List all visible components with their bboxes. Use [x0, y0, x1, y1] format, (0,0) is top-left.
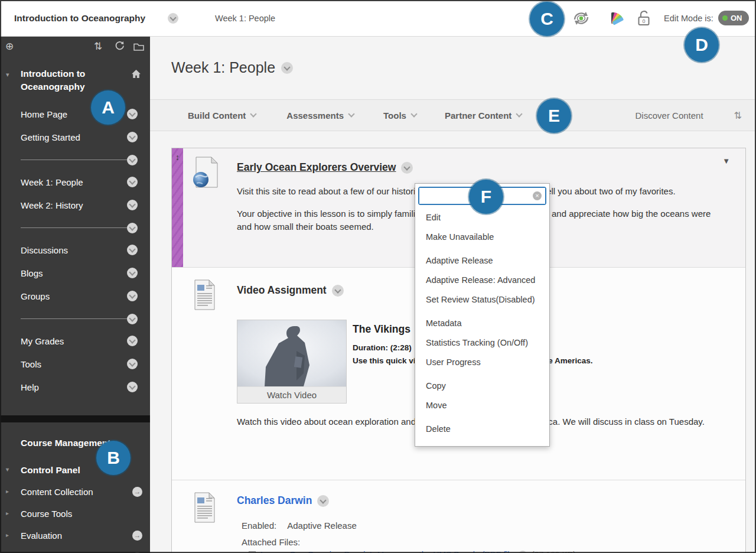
- toggle-green-dot-icon: [722, 15, 728, 21]
- chevron-down-icon: [516, 110, 523, 117]
- sidebar-item-tools[interactable]: Tools: [0, 353, 150, 376]
- svg-text:0: 0: [642, 18, 645, 24]
- divider-options-chevron-icon[interactable]: [127, 223, 138, 233]
- course-management-header: Course Management: [0, 438, 150, 448]
- menu-item-user-progress[interactable]: User Progress: [415, 353, 549, 372]
- item-options-chevron-icon[interactable]: [332, 285, 344, 297]
- page-title-options-chevron-icon[interactable]: [281, 62, 293, 74]
- tools-button[interactable]: Tools: [383, 110, 416, 121]
- attachment-size: (27.169 KB): [532, 550, 576, 553]
- item-title-link[interactable]: Charles Darwin: [237, 495, 312, 507]
- item-options-chevron-icon[interactable]: [401, 162, 413, 174]
- refresh-icon[interactable]: [115, 41, 125, 54]
- sort-order-icon[interactable]: ⇅: [734, 110, 742, 121]
- sidebar-toolbar: ⊕ ⇅: [0, 37, 150, 58]
- collapse-list-triangle-icon[interactable]: ▼: [722, 157, 730, 165]
- sidebar-course-header[interactable]: ▾ Introduction to Oceanography: [0, 58, 150, 97]
- partner-content-button[interactable]: Partner Content: [445, 110, 522, 121]
- sidebar-item-week-1-people[interactable]: Week 1: People: [0, 171, 150, 194]
- sidebar-item-help[interactable]: Help: [0, 376, 150, 399]
- assessments-button[interactable]: Assessments: [286, 110, 354, 121]
- menu-item-adaptive-release[interactable]: Adaptive Release: [415, 251, 549, 271]
- annotation-marker-c: C: [530, 2, 564, 36]
- sidebar-item-home-page[interactable]: Home Page: [0, 103, 150, 126]
- item-options-chevron-icon[interactable]: [127, 336, 138, 346]
- attachment-link[interactable]: Lesson One Overview Darwin's Voyage on t…: [260, 550, 514, 553]
- theme-palette-icon[interactable]: [609, 11, 624, 28]
- item-title[interactable]: Video Assignment: [237, 284, 327, 297]
- item-options-chevron-icon[interactable]: [127, 268, 138, 278]
- collapsed-triangle-icon[interactable]: ▸: [6, 488, 9, 495]
- item-options-chevron-icon[interactable]: [127, 245, 138, 255]
- button-label: Assessments: [286, 110, 344, 121]
- build-content-button[interactable]: Build Content: [188, 110, 256, 121]
- menu-item-adaptive-release-advanced[interactable]: Adaptive Release: Advanced: [415, 271, 549, 290]
- sidebar-item-label: Groups: [21, 291, 50, 301]
- menu-divider: [0, 149, 150, 171]
- menu-item-move[interactable]: Move: [415, 396, 549, 415]
- reorder-menu-icon[interactable]: ⇅: [94, 41, 102, 52]
- collapsed-triangle-icon[interactable]: ▸: [6, 532, 9, 538]
- sidebar-item-my-grades[interactable]: My Grades: [0, 330, 150, 353]
- sidebar-item-getting-started[interactable]: Getting Started: [0, 126, 150, 149]
- sidebar-item-course-tools[interactable]: ▸ Course Tools: [0, 503, 150, 525]
- menu-item-make-unavailable[interactable]: Make Unavailable: [415, 227, 549, 247]
- sidebar-item-grade-center[interactable]: ▸ Grade Center →: [0, 547, 150, 553]
- breadcrumb: Week 1: People: [215, 0, 275, 37]
- sidebar-item-evaluation[interactable]: ▸ Evaluation →: [0, 525, 150, 547]
- annotation-marker-e: E: [537, 99, 571, 133]
- item-options-chevron-icon[interactable]: [127, 291, 138, 301]
- menu-item-statistics-tracking[interactable]: Statistics Tracking (On/Off): [415, 333, 549, 353]
- attachment-options-chevron-icon[interactable]: [519, 551, 527, 553]
- item-options-chevron-icon[interactable]: [317, 495, 329, 507]
- page-title-text: Week 1: People: [171, 59, 275, 76]
- button-label: Partner Content: [445, 110, 511, 121]
- course-title-menu-chevron-icon[interactable]: [168, 13, 178, 24]
- menu-item-delete[interactable]: Delete: [415, 419, 549, 439]
- menu-item-metadata[interactable]: Metadata: [415, 314, 549, 333]
- item-context-menu: × Edit Make Unavailable Adaptive Release…: [415, 183, 550, 447]
- drag-handle-icon[interactable]: ↕: [172, 152, 183, 162]
- menu-item-set-review-status[interactable]: Set Review Status(Disabled): [415, 290, 549, 310]
- sidebar-item-discussions[interactable]: Discussions: [0, 239, 150, 262]
- sidebar-item-content-collection[interactable]: ▸ Content Collection →: [0, 481, 150, 503]
- item-options-chevron-icon[interactable]: [127, 177, 138, 187]
- collapse-triangle-icon[interactable]: ▾: [6, 71, 9, 79]
- attachment-row: Lesson One Overview Darwin's Voyage on t…: [249, 550, 576, 553]
- clear-search-icon[interactable]: ×: [533, 191, 542, 200]
- button-label: Build Content: [188, 110, 246, 121]
- sidebar-item-label: Home Page: [21, 109, 67, 119]
- menu-item-copy[interactable]: Copy: [415, 376, 549, 396]
- open-in-new-window-icon[interactable]: →: [132, 487, 142, 497]
- sidebar-item-week-2-history[interactable]: Week 2: History: [0, 194, 150, 217]
- edit-mode-toggle[interactable]: ON: [718, 11, 749, 25]
- video-thumbnail[interactable]: [237, 320, 346, 386]
- home-icon[interactable]: [131, 69, 141, 81]
- item-options-chevron-icon[interactable]: [127, 109, 138, 119]
- watch-video-button[interactable]: Watch Video: [237, 386, 346, 403]
- item-options-chevron-icon[interactable]: [127, 132, 138, 142]
- add-menu-item-icon[interactable]: ⊕: [5, 41, 14, 52]
- edit-mode-value: ON: [731, 14, 742, 22]
- divider-options-chevron-icon[interactable]: [127, 155, 138, 165]
- student-preview-icon[interactable]: [571, 10, 592, 29]
- item-options-chevron-icon[interactable]: [127, 200, 138, 210]
- sidebar-item-blogs[interactable]: Blogs: [0, 262, 150, 285]
- attached-files-label: Attached Files:: [242, 537, 300, 547]
- annotation-marker-f: F: [469, 180, 503, 214]
- open-in-new-window-icon[interactable]: →: [132, 531, 142, 541]
- sidebar-item-label: Course Tools: [21, 509, 72, 519]
- item-options-chevron-icon[interactable]: [127, 359, 138, 369]
- annotation-marker-a: A: [91, 90, 125, 125]
- course-title: Introduction to Oceanography: [14, 0, 145, 37]
- unlocked-padlock-icon[interactable]: 0: [637, 9, 652, 30]
- sidebar-item-groups[interactable]: Groups: [0, 285, 150, 308]
- divider-options-chevron-icon[interactable]: [127, 314, 138, 324]
- item-title-link[interactable]: Early Ocean Explorers Overview: [237, 161, 396, 174]
- collapsed-triangle-icon[interactable]: ▸: [6, 510, 9, 516]
- item-options-chevron-icon[interactable]: [127, 382, 138, 392]
- expanded-triangle-icon[interactable]: ▾: [6, 466, 9, 473]
- discover-content-button[interactable]: Discover Content: [636, 110, 703, 121]
- chevron-down-icon: [410, 110, 417, 117]
- folder-view-icon[interactable]: [133, 43, 144, 53]
